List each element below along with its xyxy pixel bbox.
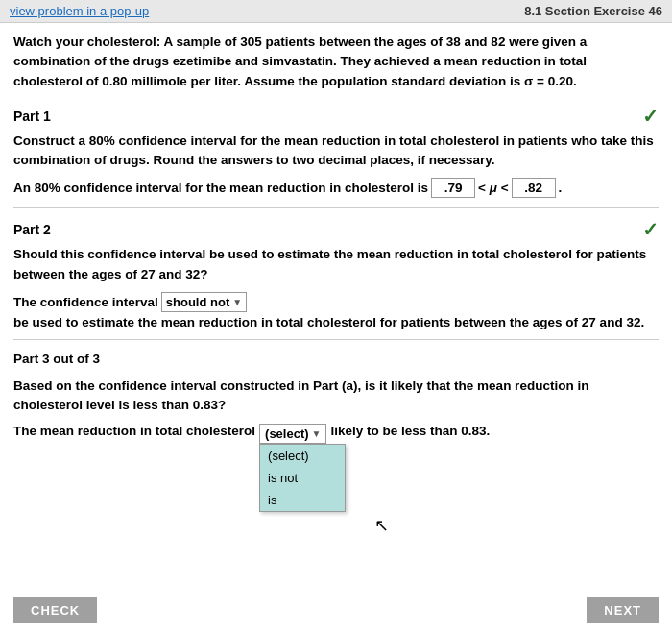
section-label: 8.1 Section Exercise 46 bbox=[524, 4, 662, 18]
part2-dropdown-value: should not bbox=[166, 295, 229, 309]
cursor-arrow: ↖ bbox=[374, 515, 389, 536]
upper-bound-input[interactable] bbox=[512, 178, 556, 198]
next-button[interactable]: NEXT bbox=[587, 597, 659, 623]
part1-body: Construct a 80% confidence interval for … bbox=[13, 132, 659, 171]
intro-text: Watch your cholesterol: A sample of 305 … bbox=[13, 33, 659, 91]
part1-label: Part 1 bbox=[13, 109, 51, 124]
divider-2 bbox=[13, 339, 659, 340]
part3-option-is-not[interactable]: is not bbox=[260, 467, 345, 489]
part2-sentence-end: be used to estimate the mean reduction i… bbox=[13, 315, 644, 329]
part3-section: Part 3 out of 3 Based on the confidence … bbox=[13, 350, 659, 444]
part2-body: Should this confidence interval be used … bbox=[13, 245, 659, 284]
part3-sentence-end: likely to be less than 0.83. bbox=[330, 424, 490, 438]
check-button[interactable]: CHECK bbox=[13, 597, 97, 623]
part1-result-row: An 80% confidence interval for the mean … bbox=[13, 178, 659, 198]
divider-1 bbox=[13, 207, 659, 208]
part3-dropdown-arrow: ▼ bbox=[312, 428, 322, 439]
part1-checkmark: ✓ bbox=[642, 105, 659, 128]
part1-header: Part 1 ✓ bbox=[13, 105, 659, 128]
part3-answer-row: The mean reduction in total cholesterol … bbox=[13, 424, 659, 444]
part3-header: Part 3 out of 3 bbox=[13, 350, 659, 369]
main-content: Watch your cholesterol: A sample of 305 … bbox=[0, 23, 672, 453]
part2-label: Part 2 bbox=[13, 222, 51, 237]
part3-body: Based on the confidence interval constru… bbox=[13, 377, 659, 416]
part2-checkmark: ✓ bbox=[642, 218, 659, 241]
top-bar: view problem in a pop-up 8.1 Section Exe… bbox=[0, 0, 672, 23]
part1-result-label: An 80% confidence interval for the mean … bbox=[13, 181, 428, 195]
lower-bound-input[interactable] bbox=[431, 178, 475, 198]
popup-link[interactable]: view problem in a pop-up bbox=[10, 4, 149, 18]
part2-header: Part 2 ✓ bbox=[13, 218, 659, 241]
part1-section: Part 1 ✓ Construct a 80% confidence inte… bbox=[13, 105, 659, 199]
part3-dropdown-container: (select) ▼ (select) is not is bbox=[259, 424, 326, 444]
part2-dropdown[interactable]: should not ▼ bbox=[161, 292, 247, 312]
period: . bbox=[559, 181, 563, 195]
part2-sentence-start: The confidence interval bbox=[13, 295, 158, 309]
part3-dropdown[interactable]: (select) ▼ bbox=[259, 424, 326, 444]
page: view problem in a pop-up 8.1 Section Exe… bbox=[0, 0, 672, 634]
part3-dropdown-value: (select) bbox=[265, 427, 309, 441]
symbol-lt: < μ < bbox=[478, 181, 508, 195]
part2-dropdown-arrow: ▼ bbox=[232, 297, 242, 307]
part3-option-select[interactable]: (select) bbox=[260, 445, 345, 467]
part3-option-is[interactable]: is bbox=[260, 489, 345, 511]
bottom-bar: CHECK NEXT bbox=[0, 586, 672, 634]
part2-answer-row: The confidence interval should not ▼ be … bbox=[13, 292, 659, 329]
part2-section: Part 2 ✓ Should this confidence interval… bbox=[13, 218, 659, 329]
part3-dropdown-menu: (select) is not is bbox=[259, 444, 346, 512]
part3-sentence-start: The mean reduction in total cholesterol bbox=[13, 424, 255, 438]
